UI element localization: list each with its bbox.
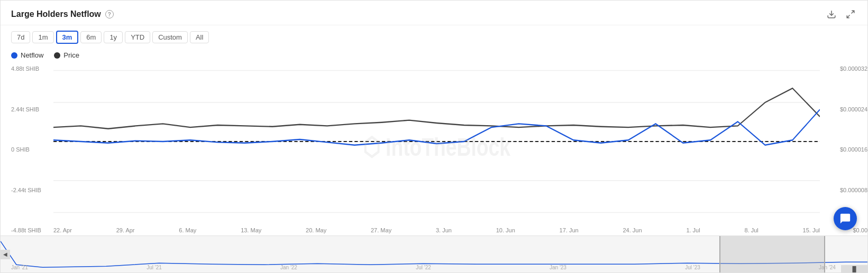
x-label-1: 29. Apr	[116, 227, 135, 233]
time-btn-ytd[interactable]: YTD	[125, 31, 150, 43]
y-right-0: $0.000032	[825, 65, 867, 72]
mini-x-5: Jul '23	[685, 265, 700, 270]
legend-netflow: Netflow	[11, 51, 43, 59]
x-label-6: 3. Jun	[436, 227, 452, 233]
mini-x-0: Jan '21	[11, 265, 28, 270]
chat-button[interactable]	[834, 207, 857, 230]
time-btn-all[interactable]: All	[190, 31, 209, 43]
x-label-5: 27. May	[371, 227, 391, 233]
main-chart-area: 4.88t SHIB 2.44t SHIB 0 SHIB -2.44t SHIB…	[1, 63, 867, 236]
dashboard-widget: Large Holders Netflow ? 7d 1m 3m 6m 1y Y…	[0, 0, 868, 273]
time-btn-custom[interactable]: Custom	[152, 31, 188, 43]
mini-x-1: Jul '21	[147, 265, 162, 270]
widget-header: Large Holders Netflow ?	[1, 1, 867, 25]
minimap[interactable]: ◀ ▐▌ Jan '21 Jul '21 Jan '22 Jul '22 Jan…	[1, 236, 867, 272]
y-right-2: $0.000016	[825, 146, 867, 153]
scroll-left-button[interactable]: ◀	[1, 250, 10, 259]
chart-svg-wrapper: ⬡ IntoTheBlock	[53, 63, 820, 220]
x-label-4: 20. May	[306, 227, 326, 233]
chart-legend: Netflow Price	[1, 49, 867, 63]
svg-line-1	[852, 11, 854, 13]
header-left: Large Holders Netflow ?	[11, 10, 114, 19]
header-right	[825, 8, 857, 21]
x-label-3: 13. May	[241, 227, 261, 233]
help-icon[interactable]: ?	[105, 10, 114, 18]
mini-x-6: Jan '24	[819, 265, 836, 270]
chart-svg: ⬡ IntoTheBlock	[53, 63, 820, 220]
x-label-9: 24. Jun	[623, 227, 642, 233]
download-button[interactable]	[825, 8, 838, 21]
x-label-12: 15. Jul	[803, 227, 820, 233]
time-btn-1m[interactable]: 1m	[32, 31, 53, 43]
widget-title: Large Holders Netflow	[11, 10, 101, 19]
y-right-1: $0.000024	[825, 106, 867, 112]
mini-x-4: Jan '23	[550, 265, 567, 270]
legend-price: Price	[54, 51, 79, 59]
x-label-0: 22. Apr	[53, 227, 72, 233]
time-btn-7d[interactable]: 7d	[11, 31, 30, 43]
x-label-8: 17. Jun	[560, 227, 579, 233]
time-controls: 7d 1m 3m 6m 1y YTD Custom All	[1, 25, 867, 49]
x-label-10: 1. Jul	[686, 227, 700, 233]
time-btn-6m[interactable]: 6m	[80, 31, 102, 43]
minimap-x-labels: Jan '21 Jul '21 Jan '22 Jul '22 Jan '23 …	[11, 265, 836, 270]
x-label-11: 8. Jul	[744, 227, 758, 233]
x-label-2: 6. May	[179, 227, 196, 233]
y-left-2: 0 SHIB	[11, 146, 53, 153]
netflow-dot	[11, 52, 17, 59]
y-left-3: -2.44t SHIB	[11, 187, 53, 193]
x-axis-labels: 22. Apr 29. Apr 6. May 13. May 20. May 2…	[53, 227, 820, 233]
y-left-0: 4.88t SHIB	[11, 65, 53, 72]
time-btn-1y[interactable]: 1y	[104, 31, 123, 43]
expand-button[interactable]	[844, 8, 857, 21]
price-dot	[54, 52, 60, 59]
netflow-label: Netflow	[21, 51, 43, 59]
x-label-7: 10. Jun	[496, 227, 515, 233]
mini-x-3: Jul '22	[416, 265, 431, 270]
svg-line-2	[847, 15, 849, 18]
price-label: Price	[63, 51, 79, 59]
scroll-right-bar[interactable]: ▐▌	[841, 265, 867, 272]
y-right-3: $0.000008	[825, 187, 867, 193]
svg-text:⬡ IntoTheBlock: ⬡ IntoTheBlock	[363, 133, 511, 161]
mini-x-2: Jan '22	[280, 265, 297, 270]
y-axis-left: 4.88t SHIB 2.44t SHIB 0 SHIB -2.44t SHIB…	[11, 63, 53, 236]
time-btn-3m[interactable]: 3m	[56, 31, 79, 44]
y-left-1: 2.44t SHIB	[11, 106, 53, 112]
y-left-4: -4.88t SHIB	[11, 227, 53, 233]
